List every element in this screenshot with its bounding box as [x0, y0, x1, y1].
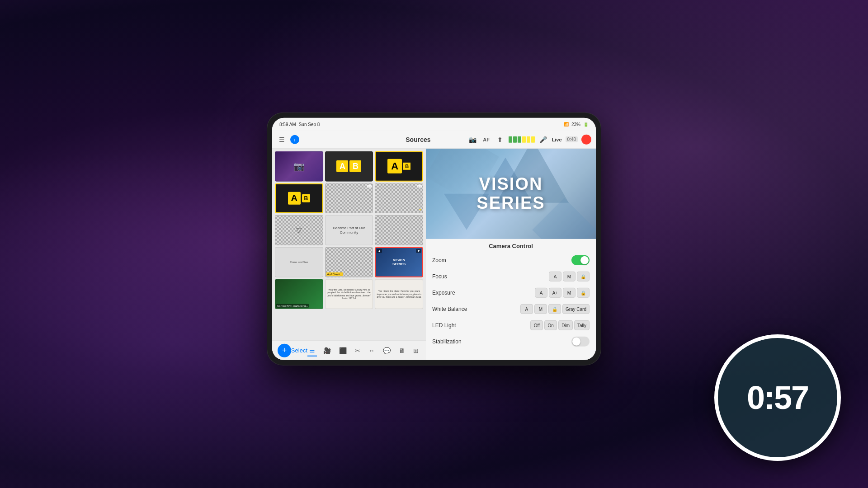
main-content: 📷 A B A B [272, 149, 596, 360]
ipad-screen: 8:59 AM Sun Sep 8 📶 23% 🔋 ☰ i Sources [272, 118, 596, 360]
focus-row: Focus A M 🔒 [432, 270, 590, 283]
ipad-body: 8:59 AM Sun Sep 8 📶 23% 🔋 ☰ i Sources [267, 113, 601, 366]
led-btn-dim[interactable]: Dim [558, 320, 573, 330]
add-button[interactable]: + [278, 343, 291, 357]
become-text: Become Part of Our Community [327, 226, 371, 235]
battery-icon: 🔋 [583, 122, 589, 127]
mic-icon[interactable]: 🎤 [538, 134, 548, 144]
battery-percent: 23% [571, 122, 580, 127]
nav-icon-camera[interactable]: 🎥 [321, 345, 333, 356]
nav-icon-layers[interactable]: ⚌ [307, 344, 317, 356]
audio-meter [509, 136, 535, 142]
sources-bottom: + Select ⚌ 🎥 ⬛ ✂ ↔ 💬 🖥 ⊞ [272, 340, 426, 360]
white-balance-row: White Balance A M 🔒 Gray Card [432, 303, 590, 315]
source-thumb-ab-big[interactable]: A B [375, 151, 423, 182]
info-icon[interactable]: i [290, 135, 299, 144]
white-balance-buttons: A M 🔒 Gray Card [520, 304, 590, 314]
stabilization-toggle[interactable] [571, 337, 590, 347]
toolbar-left: ☰ i [277, 134, 368, 144]
focus-btn-m[interactable]: M [563, 272, 576, 282]
share-icon[interactable]: ⬆ [495, 134, 505, 144]
led-btn-off[interactable]: Off [530, 320, 543, 330]
focus-btn-a[interactable]: A [549, 272, 561, 282]
status-right: 📶 23% 🔋 [564, 122, 589, 127]
preview-panel: VISION SERIES Camera Control Zoom [426, 149, 596, 360]
source-thumb-scripture-1[interactable]: "Hear the Lord, all nations! Clearly Him… [325, 279, 373, 309]
nav-icon-chat[interactable]: 💬 [381, 345, 392, 356]
source-thumb-checker-5[interactable]: A of Creati... [325, 247, 373, 277]
toolbar-center: Sources [372, 136, 464, 143]
af-icon[interactable]: AF [481, 134, 491, 144]
exposure-label: Exposure [432, 290, 455, 296]
source-thumb-checker-4[interactable] [375, 215, 423, 245]
led-light-label: LED Light [432, 322, 456, 328]
zoom-label: Zoom [432, 257, 446, 263]
sources-grid: 📷 A B A B [272, 149, 426, 340]
source-thumb-checker-2[interactable]: ⬚ ✦ [375, 183, 423, 213]
menu-icon[interactable]: ☰ [277, 134, 287, 144]
source-thumb-checker-1[interactable]: ⬚ [325, 183, 373, 213]
vision-title-line1: VISION [476, 175, 545, 194]
nav-icon-display[interactable]: 🖥 [397, 345, 407, 356]
meter-bar-1 [509, 136, 512, 142]
zoom-toggle[interactable] [571, 255, 590, 265]
meter-bar-3 [518, 136, 521, 142]
wb-btn-a[interactable]: A [520, 304, 533, 314]
wb-btn-m[interactable]: M [534, 304, 547, 314]
meter-bar-4 [522, 136, 526, 142]
meter-bar-6 [531, 136, 535, 142]
source-thumb-vision[interactable]: VISIONSERIES ▼ ▲ [375, 247, 423, 277]
sources-panel: 📷 A B A B [272, 149, 426, 360]
camera-control-title: Camera Control [432, 243, 590, 249]
exposure-btn-m[interactable]: M [563, 288, 576, 298]
led-btn-on[interactable]: On [544, 320, 557, 330]
status-date: Sun Sep 8 [299, 122, 320, 127]
live-label: Live [552, 136, 562, 142]
exposure-btn-aplus[interactable]: A+ [549, 288, 561, 298]
corner-badge-1: ⬚ [367, 184, 372, 188]
vision-title-line2: SERIES [476, 194, 545, 213]
stopwatch-ring: 0:57 [714, 334, 841, 461]
source-thumb-camera[interactable]: 📷 [275, 151, 323, 182]
source-thumb-green[interactable]: Compel My Hearts Sing... [275, 279, 323, 309]
led-btn-tally[interactable]: Tally [574, 320, 590, 330]
stabilization-row: Stabilization [432, 335, 590, 348]
meter-bar-5 [527, 136, 530, 142]
source-thumb-scripture-2[interactable]: "For I know the plans I have for you, pl… [375, 279, 423, 309]
toolbar-right: 📷 AF ⬆ 🎤 Live 0:40 [468, 134, 591, 144]
nav-icon-output[interactable]: ⬛ [337, 345, 349, 356]
exposure-row: Exposure A A+ M 🔒 [432, 286, 590, 299]
wifi-icon: 📶 [564, 122, 569, 127]
meter-bar-2 [513, 136, 517, 142]
nav-icon-crop[interactable]: ✂ [353, 345, 362, 356]
stopwatch-time: 0:57 [747, 379, 808, 416]
wb-btn-lock[interactable]: 🔒 [548, 304, 561, 314]
focus-btn-lock[interactable]: 🔒 [577, 272, 590, 282]
stabilization-label: Stabilization [432, 338, 462, 345]
led-light-buttons: Off On Dim Tally [530, 320, 590, 330]
focus-label: Focus [432, 273, 447, 280]
source-thumb-checker-3[interactable]: ▽ [275, 215, 323, 245]
status-time: 8:59 AM [279, 122, 296, 127]
exposure-btn-a[interactable]: A [535, 288, 547, 298]
source-thumb-ab-1[interactable]: A B [325, 151, 373, 182]
wb-btn-graycard[interactable]: Gray Card [562, 304, 590, 314]
camera-toolbar-icon[interactable]: 📷 [468, 134, 478, 144]
vision-thumb-text: VISIONSERIES [392, 258, 406, 266]
exposure-btn-lock[interactable]: 🔒 [577, 288, 590, 298]
white-balance-label: White Balance [432, 306, 467, 312]
source-thumb-come-see[interactable]: Come and See [275, 247, 323, 277]
nav-icon-flip[interactable]: ↔ [367, 345, 377, 356]
source-thumb-text[interactable]: Become Part of Our Community [325, 215, 373, 245]
source-thumb-yellow-ab[interactable]: A B [275, 183, 323, 213]
live-preview: VISION SERIES [426, 149, 596, 239]
select-label[interactable]: Select [291, 347, 307, 354]
zoom-row: Zoom [432, 254, 590, 267]
toolbar: ☰ i Sources 📷 AF ⬆ [272, 131, 596, 149]
record-button[interactable] [581, 134, 591, 144]
ipad-wrapper: 8:59 AM Sun Sep 8 📶 23% 🔋 ☰ i Sources [267, 113, 601, 366]
nav-icon-grid[interactable]: ⊞ [411, 345, 420, 356]
stopwatch: 0:57 [714, 334, 841, 461]
status-left: 8:59 AM Sun Sep 8 [279, 122, 320, 127]
status-bar: 8:59 AM Sun Sep 8 📶 23% 🔋 [272, 118, 596, 131]
